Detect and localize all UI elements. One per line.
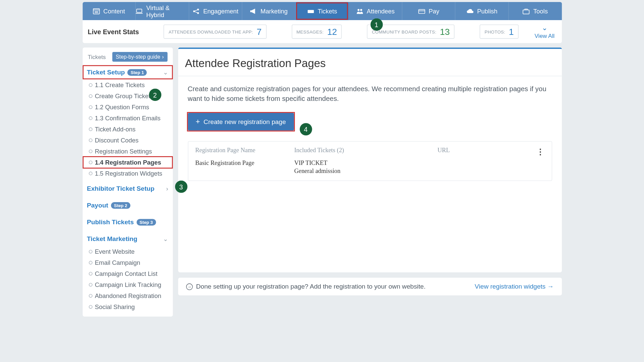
stat-value: 13: [440, 26, 449, 37]
chevron-down-icon: ⌄: [542, 24, 547, 32]
item-label: Discount Codes: [95, 136, 139, 143]
nav-label: Content: [103, 7, 125, 14]
item-label: Campaign Link Tracking: [95, 281, 161, 288]
stat-attendees: ATTENDEES DOWNLOADED THE APP: 7: [164, 24, 266, 39]
item-label: 1.2 Question Forms: [95, 103, 149, 110]
nav-label: Marketing: [261, 7, 288, 14]
view-widgets-link[interactable]: View registration widgets →: [475, 283, 553, 290]
nav-label: Tickets: [318, 7, 337, 14]
sidebar-item-social-sharing[interactable]: Social Sharing: [83, 301, 173, 312]
step-guide-button[interactable]: Step-by-step guide ›: [112, 52, 167, 62]
view-all-button[interactable]: ⌄ View All: [535, 24, 555, 39]
row-menu-button[interactable]: ⋮: [531, 147, 545, 157]
page-description: Create and customize registration pages …: [187, 84, 552, 104]
nav-label: Virtual & Hybrid: [146, 4, 189, 18]
sidebar-item-registration-settings[interactable]: Registration Settings: [83, 145, 173, 157]
stats-title: Live Event Stats: [88, 28, 139, 35]
stats-bar: Live Event Stats ATTENDEES DOWNLOADED TH…: [83, 20, 562, 43]
chevron-right-icon: ›: [166, 185, 168, 192]
bullet-icon: [89, 138, 92, 142]
item-label: 1.5 Registration Widgets: [95, 170, 162, 177]
nav-attendees[interactable]: Attendees: [349, 2, 402, 20]
section-title: Publish Tickets: [87, 219, 134, 226]
item-label: Create Group Tickets: [95, 93, 153, 100]
sidebar-item-ticket-addons[interactable]: Ticket Add-ons: [83, 123, 173, 134]
bullet-icon: [89, 83, 92, 87]
sidebar-item-email-campaign[interactable]: Email Campaign: [83, 257, 173, 268]
step-badge: Step 2: [111, 202, 130, 208]
bullhorn-icon: [250, 8, 257, 14]
nav-engagement[interactable]: Engagement: [189, 2, 243, 20]
bullet-icon: [89, 283, 92, 287]
sidebar-item-discount-codes[interactable]: Discount Codes: [83, 134, 173, 145]
footer-text: Done setting up your registration page? …: [196, 283, 426, 290]
section-marketing[interactable]: Ticket Marketing ⌄: [83, 232, 173, 246]
top-nav: Content Virtual & Hybrid Engagement Mark…: [83, 2, 562, 20]
bullet-icon: [89, 294, 92, 298]
section-exhibitor[interactable]: Exhibitor Ticket Setup ›: [83, 181, 173, 195]
sidebar-item-registration-widgets[interactable]: 1.5 Registration Widgets: [83, 168, 173, 179]
svg-point-7: [197, 8, 199, 10]
bullet-icon: [89, 261, 92, 264]
chevron-down-icon: ⌄: [163, 69, 168, 76]
registration-table: Registration Page Name Included Tickets …: [187, 141, 552, 181]
nav-virtual[interactable]: Virtual & Hybrid: [136, 2, 189, 20]
svg-line-9: [195, 10, 197, 11]
bullet-icon: [89, 94, 92, 98]
section-publish[interactable]: Publish Tickets Step 3: [83, 215, 173, 229]
nav-label: Pay: [429, 7, 439, 14]
nav-label: Engagement: [203, 7, 238, 14]
col-url: URL: [437, 147, 529, 157]
stat-label: COMMUNITY BOARD POSTS:: [372, 29, 436, 34]
bullet-icon: [89, 171, 92, 175]
nav-tickets[interactable]: Tickets: [296, 2, 349, 20]
section-payout[interactable]: Payout Step 2: [83, 198, 173, 212]
nav-tools[interactable]: Tools: [509, 2, 562, 20]
nav-pay[interactable]: Pay: [402, 2, 455, 20]
col-tickets: Included Tickets (2): [294, 147, 436, 157]
bullet-icon: [89, 127, 92, 131]
people-icon: [356, 8, 363, 14]
sidebar-item-question-forms[interactable]: 1.2 Question Forms: [83, 102, 173, 113]
svg-rect-11: [308, 10, 314, 13]
nav-publish[interactable]: Publish: [455, 2, 509, 20]
view-all-label: View All: [535, 32, 555, 39]
annotation-2: 2: [149, 88, 161, 101]
sidebar-header: Tickets Step-by-step guide ›: [83, 48, 173, 65]
item-label: Abandoned Registration: [95, 292, 161, 299]
item-label: 1.3 Confirmation Emails: [95, 114, 161, 121]
nav-label: Tools: [533, 7, 548, 14]
section-ticket-setup[interactable]: Ticket Setup Step 1 ⌄: [83, 65, 173, 79]
sidebar-item-registration-pages[interactable]: 1.4 Registration Pages: [83, 157, 173, 168]
stat-messages: MESSAGES: 12: [291, 24, 342, 39]
guide-label: Step-by-step guide: [116, 54, 160, 60]
item-label: 1.1 Create Tickets: [95, 81, 145, 88]
sidebar-item-abandoned[interactable]: Abandoned Registration: [83, 290, 173, 301]
sidebar-item-create-tickets[interactable]: 1.1 Create Tickets: [83, 79, 173, 90]
cell-ticket: General admission: [294, 167, 436, 175]
sidebar-item-link-tracking[interactable]: Campaign Link Tracking: [83, 279, 173, 290]
svg-point-12: [357, 9, 359, 11]
svg-rect-16: [523, 10, 529, 14]
footer-banner: → Done setting up your registration page…: [178, 278, 561, 295]
table-row: Basic Registration Page VIP TICKET Gener…: [195, 159, 544, 175]
section-title: Exhibitor Ticket Setup: [87, 185, 154, 192]
sidebar-item-event-website[interactable]: Event Website: [83, 246, 173, 257]
bullet-icon: [89, 305, 92, 308]
nav-content[interactable]: Content: [83, 2, 136, 20]
cell-name: Basic Registration Page: [195, 159, 292, 175]
arrow-right-icon: →: [547, 283, 554, 290]
sidebar-item-contact-list[interactable]: Campaign Contact List: [83, 268, 173, 279]
ticket-icon: [307, 8, 314, 14]
laptop-icon: [136, 8, 143, 14]
bullet-icon: [89, 149, 92, 153]
item-label: 1.4 Registration Pages: [95, 159, 161, 166]
bullet-icon: [89, 161, 92, 164]
sidebar: Tickets Step-by-step guide › Ticket Setu…: [83, 48, 173, 317]
sidebar-item-confirmation-emails[interactable]: 1.3 Confirmation Emails: [83, 113, 173, 124]
item-label: Ticket Add-ons: [95, 125, 136, 132]
nav-marketing[interactable]: Marketing: [243, 2, 296, 20]
plus-icon: +: [196, 117, 200, 126]
create-registration-button[interactable]: + Create new registration page: [187, 113, 294, 131]
annotation-1: 1: [370, 18, 383, 31]
